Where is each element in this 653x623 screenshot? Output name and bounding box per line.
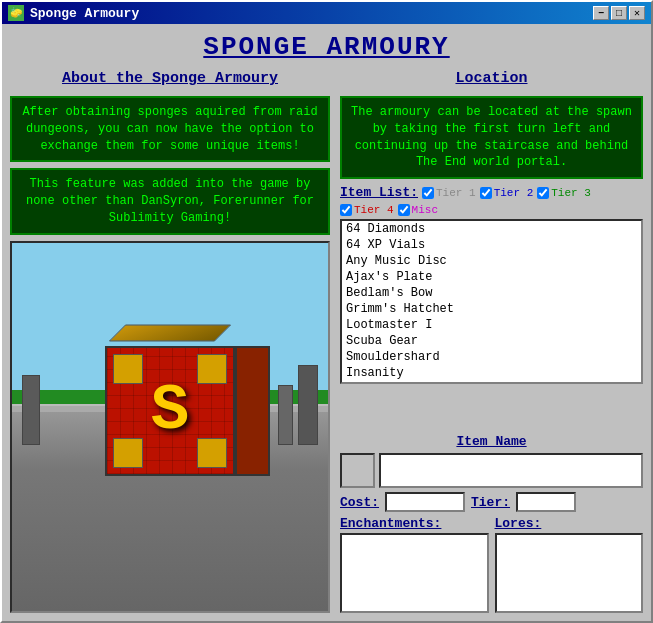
right-panel: Location The armoury can be located at t… xyxy=(340,70,643,613)
minimize-button[interactable]: − xyxy=(593,6,609,20)
block-front: S xyxy=(105,346,235,476)
ench-lore-row: Enchantments: Lores: xyxy=(340,516,643,613)
enchantments-label: Enchantments: xyxy=(340,516,489,531)
block-corner-bl xyxy=(113,438,143,468)
about-heading: About the Sponge Armoury xyxy=(10,70,330,87)
misc-checkbox[interactable] xyxy=(398,204,410,216)
maximize-button[interactable]: □ xyxy=(611,6,627,20)
tier3-label: Tier 3 xyxy=(551,187,591,199)
lores-label: Lores: xyxy=(495,516,644,531)
cost-tier-row: Cost: Tier: xyxy=(340,492,643,512)
item-list-label: Item List: xyxy=(340,185,418,200)
item-name-field[interactable] xyxy=(379,453,643,488)
tier2-check[interactable]: Tier 2 xyxy=(480,187,534,199)
main-window: 🧽 Sponge Armoury − □ ✕ SPONGE ARMOURY Ab… xyxy=(0,0,653,623)
misc-label: Misc xyxy=(412,204,438,216)
block-side xyxy=(235,346,270,476)
list-item[interactable]: 64 Diamonds xyxy=(342,221,641,237)
misc-check[interactable]: Misc xyxy=(398,204,438,216)
item-list-section: Item List: Tier 1 Tier 2 Tier 3 xyxy=(340,185,643,428)
left-panel: About the Sponge Armoury After obtaining… xyxy=(10,70,330,613)
list-item[interactable]: Ajax's Plate xyxy=(342,269,641,285)
item-detail-section: Item Name Cost: Tier: Enchantments: xyxy=(340,434,643,613)
tier4-check[interactable]: Tier 4 xyxy=(340,204,394,216)
tier2-checkbox[interactable] xyxy=(480,187,492,199)
location-heading: Location xyxy=(340,70,643,87)
enchantments-textarea[interactable] xyxy=(342,535,487,611)
list-item[interactable]: Smouldershard xyxy=(342,349,641,365)
list-item[interactable]: Insanity xyxy=(342,365,641,381)
block-top xyxy=(109,325,232,342)
lores-textarea[interactable] xyxy=(497,535,642,611)
enchantments-section: Enchantments: xyxy=(340,516,489,613)
lores-section: Lores: xyxy=(495,516,644,613)
scene: S xyxy=(12,243,328,611)
structure-1 xyxy=(298,365,318,445)
app-title: SPONGE ARMOURY xyxy=(10,32,643,62)
item-icon-box xyxy=(340,453,375,488)
tier-input[interactable] xyxy=(516,492,576,512)
cost-label: Cost: xyxy=(340,495,379,510)
item-name-heading: Item Name xyxy=(340,434,643,449)
title-bar-left: 🧽 Sponge Armoury xyxy=(8,5,139,21)
tier3-check[interactable]: Tier 3 xyxy=(537,187,591,199)
tier1-check[interactable]: Tier 1 xyxy=(422,187,476,199)
block-corner-tl xyxy=(113,354,143,384)
mc-block-container: S xyxy=(105,346,235,476)
list-item[interactable]: Grimm's Hatchet xyxy=(342,301,641,317)
lores-area[interactable] xyxy=(495,533,644,613)
tier1-checkbox[interactable] xyxy=(422,187,434,199)
block-corner-tr xyxy=(197,354,227,384)
tier3-checkbox[interactable] xyxy=(537,187,549,199)
structure-2 xyxy=(278,385,293,445)
app-icon: 🧽 xyxy=(8,5,24,21)
tier1-label: Tier 1 xyxy=(436,187,476,199)
list-item[interactable]: Scuba Gear xyxy=(342,333,641,349)
structure-3 xyxy=(22,375,40,445)
block-corner-br xyxy=(197,438,227,468)
tier-label: Tier: xyxy=(471,495,510,510)
list-item[interactable]: Any Music Disc xyxy=(342,253,641,269)
title-controls: − □ ✕ xyxy=(593,6,645,20)
cost-input[interactable] xyxy=(385,492,465,512)
top-section: About the Sponge Armoury After obtaining… xyxy=(10,70,643,613)
tier4-label: Tier 4 xyxy=(354,204,394,216)
minecraft-image: S xyxy=(10,241,330,613)
about-text-1: After obtaining sponges aquired from rai… xyxy=(10,96,330,162)
block-letter: S xyxy=(151,375,189,447)
item-list-header: Item List: Tier 1 Tier 2 Tier 3 xyxy=(340,185,643,216)
window-title: Sponge Armoury xyxy=(30,6,139,21)
about-text-2: This feature was added into the game by … xyxy=(10,168,330,234)
enchantments-area[interactable] xyxy=(340,533,489,613)
item-name-row xyxy=(340,453,643,488)
location-text: The armoury can be located at the spawn … xyxy=(340,96,643,179)
title-bar: 🧽 Sponge Armoury − □ ✕ xyxy=(2,2,651,24)
tier4-checkbox[interactable] xyxy=(340,204,352,216)
list-item[interactable]: 64 XP Vials xyxy=(342,237,641,253)
content-area: SPONGE ARMOURY About the Sponge Armoury … xyxy=(2,24,651,621)
close-button[interactable]: ✕ xyxy=(629,6,645,20)
item-list-box[interactable]: 64 Diamonds64 XP VialsAny Music DiscAjax… xyxy=(340,219,643,384)
tier2-label: Tier 2 xyxy=(494,187,534,199)
list-item[interactable]: Lootmaster I xyxy=(342,317,641,333)
list-item[interactable]: Bedlam's Bow xyxy=(342,285,641,301)
